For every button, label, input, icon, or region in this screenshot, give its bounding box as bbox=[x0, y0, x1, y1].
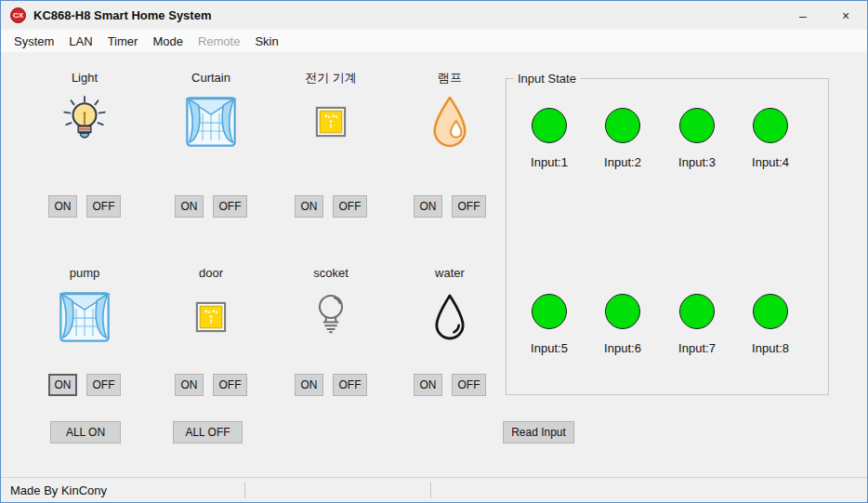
status-divider bbox=[430, 482, 431, 498]
off-button[interactable]: OFF bbox=[86, 195, 121, 218]
input-indicator-icon bbox=[753, 294, 788, 329]
input-cell-5: Input:5 bbox=[516, 294, 583, 355]
window-title: KC868-H8 Smart Home System bbox=[33, 8, 211, 22]
off-button[interactable]: OFF bbox=[452, 195, 486, 218]
menu-item-timer[interactable]: Timer bbox=[100, 33, 146, 50]
device-card-8: water ON OFF bbox=[385, 266, 515, 396]
off-button[interactable]: OFF bbox=[213, 195, 247, 218]
input-indicator-icon bbox=[605, 294, 640, 329]
all-on-button[interactable]: ALL ON bbox=[50, 421, 121, 443]
bulb-on-icon bbox=[59, 96, 110, 148]
input-label: Input:3 bbox=[678, 155, 716, 169]
input-cell-8: Input:8 bbox=[737, 294, 804, 355]
device-label: 램프 bbox=[438, 71, 462, 86]
on-off-row: ON OFF bbox=[414, 374, 486, 396]
bulb-outline-icon bbox=[309, 291, 353, 343]
input-cell-2: Input:2 bbox=[589, 108, 656, 169]
input-cell-3: Input:3 bbox=[664, 108, 730, 169]
curtain-icon bbox=[184, 95, 238, 149]
status-divider bbox=[244, 482, 245, 498]
on-off-row: ON OFF bbox=[175, 195, 247, 218]
title-bar: CX KC868-H8 Smart Home System – × bbox=[1, 1, 867, 30]
on-button[interactable]: ON bbox=[175, 374, 204, 396]
on-off-row: ON OFF bbox=[175, 374, 247, 396]
device-label: Light bbox=[72, 71, 98, 86]
input-label: Input:8 bbox=[752, 341, 789, 355]
input-label: Input:5 bbox=[531, 341, 568, 355]
input-label: Input:4 bbox=[752, 155, 789, 169]
menu-item-skin[interactable]: Skin bbox=[247, 33, 285, 50]
menu-item-mode[interactable]: Mode bbox=[145, 33, 191, 50]
on-button[interactable]: ON bbox=[414, 195, 442, 218]
input-state-groupbox: Input State Input:1 Input:2 Input:3 Inpu… bbox=[506, 72, 829, 395]
socket-icon bbox=[195, 301, 227, 333]
device-card-2: Curtain ON bbox=[146, 71, 276, 218]
input-indicator-icon bbox=[532, 294, 567, 329]
device-label: door bbox=[199, 266, 223, 281]
read-input-button[interactable]: Read Input bbox=[503, 421, 574, 443]
all-off-button[interactable]: ALL OFF bbox=[173, 421, 243, 443]
droplet-filled-icon bbox=[427, 94, 473, 150]
menu-item-lan[interactable]: LAN bbox=[61, 33, 99, 50]
input-indicator-icon bbox=[679, 108, 715, 143]
menu-item-system[interactable]: System bbox=[7, 33, 61, 50]
input-indicator-icon bbox=[532, 108, 567, 143]
app-window: CX KC868-H8 Smart Home System – × System… bbox=[0, 0, 868, 503]
socket-icon bbox=[315, 106, 347, 138]
input-state-title: Input State bbox=[514, 72, 580, 86]
client-area: Light bbox=[1, 52, 867, 477]
device-card-7: scoket ON O bbox=[266, 266, 396, 396]
on-off-row: ON OFF bbox=[295, 374, 367, 396]
minimize-button[interactable]: – bbox=[782, 1, 824, 30]
device-label: pump bbox=[70, 266, 100, 281]
off-button[interactable]: OFF bbox=[333, 195, 367, 218]
on-off-row: ON OFF bbox=[414, 195, 486, 218]
close-button[interactable]: × bbox=[824, 1, 867, 30]
input-cell-1: Input:1 bbox=[516, 108, 583, 169]
status-text: Made By KinCony bbox=[10, 483, 107, 497]
on-button[interactable]: ON bbox=[48, 195, 77, 218]
input-indicator-icon bbox=[605, 108, 640, 143]
device-icon bbox=[309, 288, 353, 346]
input-label: Input:2 bbox=[604, 155, 641, 169]
device-icon bbox=[58, 288, 112, 346]
on-off-row: ON OFF bbox=[295, 195, 367, 218]
input-label: Input:7 bbox=[678, 341, 716, 355]
on-off-row: ON OFF bbox=[48, 195, 121, 218]
off-button[interactable]: OFF bbox=[333, 374, 367, 396]
on-button[interactable]: ON bbox=[48, 374, 77, 396]
input-cell-4: Input:4 bbox=[737, 108, 804, 169]
device-icon bbox=[427, 93, 473, 151]
curtain-icon bbox=[58, 290, 112, 344]
device-icon bbox=[195, 288, 227, 346]
device-icon bbox=[59, 93, 110, 151]
on-button[interactable]: ON bbox=[295, 374, 323, 396]
input-indicator-icon bbox=[679, 294, 715, 329]
device-label: Curtain bbox=[191, 71, 230, 86]
on-button[interactable]: ON bbox=[414, 374, 442, 396]
device-label: 전기 기계 bbox=[305, 71, 357, 86]
device-icon bbox=[184, 93, 238, 151]
on-button[interactable]: ON bbox=[295, 195, 323, 218]
status-bar: Made By KinCony bbox=[1, 477, 867, 502]
device-label: scoket bbox=[313, 266, 349, 281]
device-label: water bbox=[435, 266, 465, 281]
device-card-6: door ON OFF bbox=[146, 266, 276, 396]
device-card-5: pump ON bbox=[20, 266, 150, 396]
menu-item-remote: Remote bbox=[191, 33, 248, 50]
app-logo-icon: CX bbox=[10, 7, 26, 23]
device-card-1: Light bbox=[20, 71, 150, 218]
input-label: Input:6 bbox=[604, 341, 641, 355]
off-button[interactable]: OFF bbox=[213, 374, 247, 396]
device-card-4: 램프 ON OFF bbox=[385, 71, 515, 218]
off-button[interactable]: OFF bbox=[452, 374, 486, 396]
input-indicator-icon bbox=[753, 108, 788, 143]
window-controls: – × bbox=[782, 1, 867, 30]
input-cell-6: Input:6 bbox=[589, 294, 656, 355]
off-button[interactable]: OFF bbox=[86, 374, 121, 396]
input-cell-7: Input:7 bbox=[664, 294, 730, 355]
on-off-row: ON OFF bbox=[48, 374, 121, 396]
droplet-outline-icon bbox=[428, 290, 471, 344]
device-icon bbox=[315, 93, 347, 151]
on-button[interactable]: ON bbox=[175, 195, 204, 218]
